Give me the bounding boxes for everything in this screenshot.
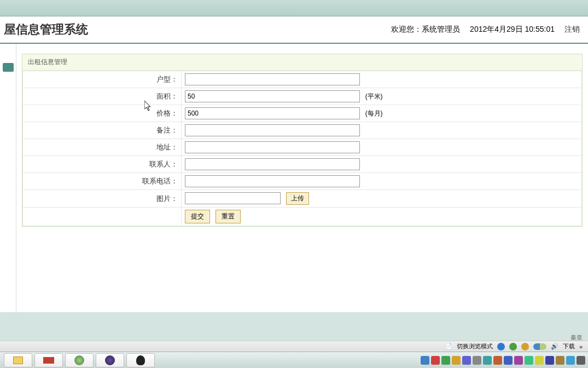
doc-icon: 📄 [445, 343, 452, 350]
app-title: 屋信息管理系统 [4, 21, 88, 38]
chevron-icon[interactable]: » [579, 343, 583, 350]
tray-icon-14[interactable] [556, 356, 564, 365]
label-contact: 联系人： [23, 156, 182, 173]
input-image[interactable] [185, 192, 281, 204]
browser-statusbar: 📄 切换浏览模式 🔊 下载 » [0, 341, 588, 352]
tray-icon-7[interactable] [483, 356, 492, 365]
label-image: 图片： [23, 190, 182, 208]
sidebar-toggle-icon[interactable] [3, 63, 14, 72]
label-remark: 备注： [23, 122, 182, 139]
label-empty [23, 208, 182, 226]
toggle-icon[interactable] [533, 343, 546, 350]
tray-icon-12[interactable] [535, 356, 544, 365]
main-area: 出租信息管理 户型： 面积： (平米) 价格： [0, 44, 588, 312]
tray-icon-1[interactable] [421, 356, 429, 365]
header-right: 欢迎您：系统管理员 2012年4月29日 10:55:01 注销 [391, 25, 580, 34]
input-phone[interactable] [185, 175, 360, 187]
taskbar [0, 352, 588, 368]
input-area[interactable] [185, 90, 360, 102]
sidebar [0, 44, 16, 312]
toolbox-icon [43, 357, 54, 364]
tray-icon-11[interactable] [525, 356, 533, 365]
tray-icon-16[interactable] [577, 356, 585, 365]
tray-icon-3[interactable] [441, 356, 450, 365]
datetime-text: 2012年4月29日 10:55:01 [470, 25, 555, 34]
label-price: 价格： [23, 105, 182, 122]
input-remark[interactable] [185, 124, 360, 136]
label-phone: 联系电话： [23, 173, 182, 190]
tray-icon-9[interactable] [504, 356, 513, 365]
input-address[interactable] [185, 141, 360, 153]
tray-icon-4[interactable] [452, 356, 461, 365]
tray-icon-5[interactable] [462, 356, 471, 365]
folder-icon [13, 357, 23, 364]
task-toolbox[interactable] [34, 353, 63, 367]
app-header: 屋信息管理系统 欢迎您：系统管理员 2012年4月29日 10:55:01 注销 [0, 16, 588, 44]
shield-icon[interactable] [509, 343, 517, 350]
input-house-type[interactable] [185, 73, 360, 85]
browser-toolbar [0, 0, 588, 16]
unit-area: (平米) [365, 93, 383, 100]
download-text[interactable]: 下载 [563, 342, 575, 350]
form-table: 户型： 面积： (平米) 价格： (每月) [22, 71, 582, 226]
input-price[interactable] [185, 107, 360, 119]
content-page: 出租信息管理 户型： 面积： (平米) 价格： [16, 44, 588, 312]
task-qq[interactable] [126, 353, 155, 367]
label-area: 面积： [23, 88, 182, 105]
sound-icon[interactable]: 🔊 [551, 343, 558, 350]
unit-price: (每月) [365, 110, 383, 117]
panel-title: 出租信息管理 [22, 54, 582, 71]
input-contact[interactable] [185, 158, 360, 170]
task-browser[interactable] [65, 353, 94, 367]
tray-icon-10[interactable] [514, 356, 523, 365]
penguin-icon [136, 355, 145, 365]
ie-icon[interactable] [497, 343, 505, 350]
mode-switch-text[interactable]: 切换浏览模式 [457, 342, 493, 350]
logout-link[interactable]: 注销 [564, 25, 580, 34]
label-house-type: 户型： [23, 71, 182, 88]
globe-icon [74, 355, 84, 365]
upload-button[interactable]: 上传 [286, 192, 309, 205]
form-panel: 出租信息管理 户型： 面积： (平米) 价格： [22, 54, 583, 227]
reset-button[interactable]: 重置 [216, 210, 241, 223]
task-explorer[interactable] [4, 353, 32, 367]
tray-icon-13[interactable] [545, 356, 554, 365]
eclipse-icon [105, 355, 115, 365]
tray-icon-6[interactable] [473, 356, 481, 365]
tray-icon-15[interactable] [566, 356, 575, 365]
system-tray [421, 356, 585, 365]
label-address: 地址： [23, 139, 182, 156]
task-eclipse[interactable] [96, 353, 124, 367]
submit-button[interactable]: 提交 [185, 210, 210, 223]
welcome-text: 欢迎您：系统管理员 [391, 25, 460, 34]
tray-icon-8[interactable] [493, 356, 502, 365]
tray-icon-2[interactable] [431, 356, 440, 365]
sun-icon[interactable] [521, 343, 529, 350]
